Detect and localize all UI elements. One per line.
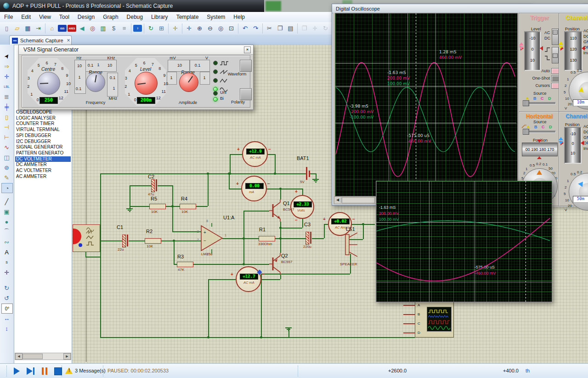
cursor-line[interactable] <box>435 13 436 195</box>
new-file-icon[interactable]: ▯ <box>2 24 11 33</box>
wire[interactable] <box>280 222 281 238</box>
level-knob[interactable] <box>135 72 158 95</box>
step-button[interactable] <box>26 367 37 375</box>
origin-icon[interactable]: ✛ <box>170 24 180 33</box>
cursor-line[interactable] <box>389 13 389 195</box>
wire[interactable] <box>130 185 151 186</box>
zoomed-oscilloscope-window[interactable]: -1.63 mS200.00 mV100.00 mV-575.00 uS-460… <box>376 181 552 302</box>
wire[interactable] <box>316 173 317 179</box>
menu-debug[interactable]: Debug <box>123 13 147 21</box>
netlist-icon[interactable]: ◀ <box>77 24 87 33</box>
transistor-q1[interactable] <box>269 200 283 222</box>
wire[interactable] <box>280 228 302 229</box>
copy-icon[interactable]: ❐ <box>275 24 285 33</box>
tab-schematic-capture[interactable]: ISIS Schematic Capture × <box>9 35 72 45</box>
wire-label-icon[interactable]: LBL <box>1 82 12 91</box>
zoom-in-icon[interactable]: ⊕ <box>195 24 204 33</box>
block-copy-icon[interactable]: ❐ <box>300 24 309 33</box>
device-pins-icon[interactable]: ⊢ <box>1 132 12 142</box>
path-icon[interactable]: ∾ <box>1 237 12 246</box>
library-icon[interactable]: ▥ <box>98 24 108 33</box>
list-item-spi-debugger[interactable]: SPI DEBUGGER <box>15 133 71 138</box>
paste-icon[interactable]: ▤ <box>286 24 295 33</box>
wire[interactable] <box>192 264 269 265</box>
wire[interactable] <box>230 154 231 173</box>
wire[interactable] <box>230 154 242 155</box>
rotate-ccw-icon[interactable]: ↺ <box>1 293 12 303</box>
list-item-ac-ammeter[interactable]: AC AMMETER <box>15 174 71 179</box>
redo-icon[interactable]: ↷ <box>251 24 260 33</box>
pause-button[interactable] <box>40 367 51 375</box>
wire[interactable] <box>261 279 280 280</box>
waveform-button[interactable] <box>240 60 252 72</box>
angle-box[interactable]: 0° <box>1 304 13 314</box>
list-item-dc-voltmeter[interactable]: DC VOLTMETER <box>15 156 71 162</box>
flip-h-icon[interactable]: ↔ <box>1 314 12 323</box>
list-item-counter-timer[interactable]: COUNTER TIMER <box>15 121 71 126</box>
voltage-probe-icon[interactable]: ✎ <box>1 173 12 182</box>
scrollbar-thumb[interactable] <box>23 354 43 359</box>
vsm-close-icon[interactable]: 🞬 <box>244 46 251 53</box>
selection-pointer-icon[interactable]: ➤ <box>0 49 13 63</box>
wire[interactable] <box>172 185 173 231</box>
refresh-icon[interactable]: ↻ <box>146 24 156 33</box>
list-item-virtual-terminal[interactable]: VIRTUAL TERMINAL <box>15 127 71 132</box>
battery-plate[interactable] <box>306 167 307 180</box>
stop-button[interactable] <box>53 367 64 375</box>
wire[interactable] <box>208 173 209 206</box>
play-button[interactable] <box>12 367 23 375</box>
menu-file[interactable]: File <box>0 13 17 21</box>
cursor-line[interactable] <box>335 86 516 86</box>
capacitor-plate[interactable] <box>151 179 155 192</box>
wire[interactable] <box>324 224 325 238</box>
trigger-cursor-line[interactable] <box>526 181 526 302</box>
instruments-icon[interactable]: ◔ <box>1 183 13 193</box>
menu-help[interactable]: Help <box>229 13 249 21</box>
wire[interactable] <box>363 224 364 239</box>
wire[interactable] <box>208 279 236 280</box>
menu-library[interactable]: Library <box>147 13 172 21</box>
generator-mode-icon[interactable]: ⊚ <box>1 163 12 172</box>
auto-button[interactable] <box>551 68 559 74</box>
slider-thumb[interactable] <box>523 100 529 106</box>
circle-icon[interactable]: ● <box>1 217 12 226</box>
bom-icon[interactable]: $ <box>109 24 119 33</box>
rotate-cw-icon[interactable]: ↻ <box>1 283 12 292</box>
polarity-button[interactable] <box>240 88 252 100</box>
scroll-left-icon[interactable]: ◀ <box>334 197 341 203</box>
menu-system[interactable]: System <box>203 13 229 21</box>
slider-thumb[interactable] <box>523 129 529 135</box>
capacitor-plate[interactable] <box>305 232 309 245</box>
cursor-line[interactable] <box>474 181 475 302</box>
capacitor-plate[interactable] <box>122 235 126 247</box>
wire[interactable] <box>268 154 275 155</box>
wire[interactable] <box>229 189 241 189</box>
list-item-logic-analyser[interactable]: LOGIC ANALYSER <box>15 115 71 121</box>
zoom-area-icon[interactable]: ⊡ <box>226 24 236 33</box>
list-item-pattern-generato[interactable]: PATTERN GENERATO <box>15 150 71 156</box>
viewer-icon[interactable]: ◎ <box>88 24 97 33</box>
cursor-line[interactable] <box>429 181 430 302</box>
block-move-icon[interactable]: ✛ <box>310 24 320 33</box>
trigger-cursor-line[interactable] <box>416 13 416 195</box>
battery-plate[interactable] <box>309 171 310 177</box>
pan-icon[interactable]: ✛ <box>184 24 194 33</box>
wire[interactable] <box>85 257 100 258</box>
message-count[interactable]: 3 Message(s) <box>75 368 106 373</box>
vsm-title-bar[interactable]: VSM Signal Generator 🞬 <box>19 45 253 55</box>
resistor-r1[interactable] <box>259 236 275 241</box>
capacitor-plate[interactable] <box>127 235 128 246</box>
scrollbar-thumb[interactable] <box>342 197 375 203</box>
junction-dot-icon[interactable]: ✛ <box>1 72 12 81</box>
ac-dc-switch[interactable] <box>552 29 559 45</box>
import-icon[interactable]: ⇥ <box>34 24 43 33</box>
capacitor-plate[interactable] <box>156 179 157 191</box>
buses-icon[interactable]: ╪ <box>1 102 12 111</box>
help-icon[interactable]: ? <box>133 25 142 32</box>
tape-recorder-icon[interactable]: ◫ <box>1 153 12 162</box>
grid-icon[interactable]: ⊞ <box>157 24 166 33</box>
list-item-oscilloscope[interactable]: OSCILLOSCOPE <box>15 109 71 115</box>
horizontal-position-wheel[interactable]: 00 190 180 170 <box>522 143 558 156</box>
box-icon[interactable]: ▣ <box>1 207 12 216</box>
centre-knob[interactable] <box>37 72 60 95</box>
